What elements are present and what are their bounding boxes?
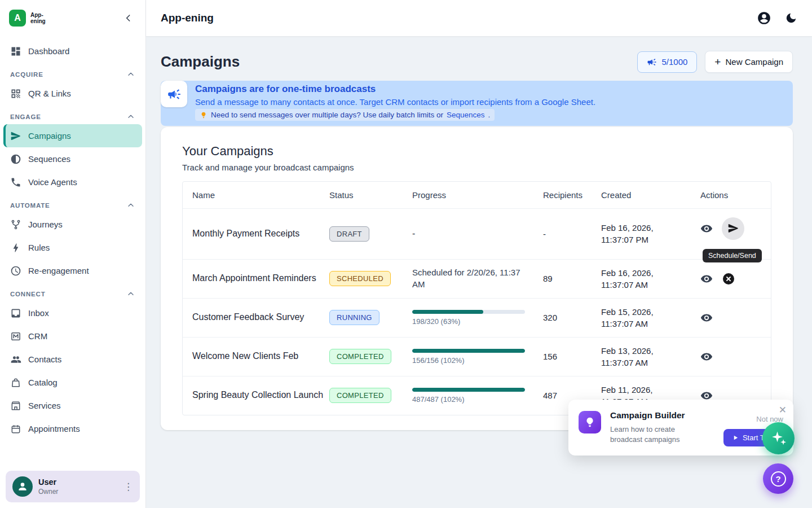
- recipients-value: 320: [543, 313, 601, 322]
- section-header-engage[interactable]: ENGAGE: [0, 105, 145, 124]
- send-icon: [10, 130, 21, 142]
- campaigns-card: Your Campaigns Track and manage your bro…: [161, 127, 793, 430]
- app-title: App-ening: [161, 12, 214, 24]
- campaign-builder-popup: ✕ Campaign Builder Learn how to create b…: [568, 400, 793, 456]
- sidebar-item-contacts[interactable]: Contacts: [0, 348, 145, 371]
- eye-icon: [700, 273, 713, 285]
- table-row: Monthly Payment Receipts DRAFT - - Feb 1…: [183, 208, 771, 259]
- campaign-quota-button[interactable]: 5/1000: [637, 51, 697, 73]
- status-badge: DRAFT: [329, 226, 369, 242]
- ai-assistant-fab[interactable]: [762, 422, 795, 454]
- section-label: ENGAGE: [10, 113, 41, 120]
- close-icon[interactable]: ✕: [779, 404, 787, 416]
- recipients-value: 487: [543, 391, 601, 400]
- sidebar-item-label: Sequences: [28, 154, 70, 164]
- calendar-icon: [10, 423, 21, 435]
- progress-value: 198/320 (63%): [412, 317, 525, 326]
- sidebar-item-label: Voice Agents: [28, 177, 77, 187]
- column-header-status: Status: [329, 190, 412, 200]
- row-actions: Schedule/Send: [700, 217, 771, 240]
- sidebar: A App- ening Dashboard ACQUIRE QR: [0, 0, 146, 508]
- status-badge: COMPLETED: [329, 349, 391, 364]
- logo-text-line1: App-: [30, 12, 46, 18]
- question-mark-icon: ?: [771, 471, 786, 487]
- sidebar-collapse-button[interactable]: [121, 10, 136, 26]
- sidebar-item-voice-agents[interactable]: Voice Agents: [0, 170, 145, 194]
- sidebar-item-campaigns[interactable]: Campaigns: [3, 124, 142, 147]
- sparkles-icon: [770, 430, 787, 447]
- view-campaign-button[interactable]: [700, 222, 713, 235]
- account-circle-icon: [757, 11, 771, 25]
- route-icon: [10, 219, 21, 230]
- shopping-bag-icon: [10, 377, 21, 388]
- cancel-icon: [722, 272, 735, 286]
- dark-mode-button[interactable]: [785, 12, 797, 24]
- column-header-name: Name: [192, 190, 329, 200]
- eye-icon: [700, 351, 713, 363]
- schedule-send-button[interactable]: [722, 217, 744, 240]
- view-campaign-button[interactable]: [700, 312, 713, 324]
- section-header-acquire[interactable]: ACQUIRE: [0, 63, 145, 82]
- progress-fill: [412, 349, 525, 353]
- main-content: Campaigns 5/1000 + New Campaign: [146, 36, 812, 508]
- page-title: Campaigns: [161, 53, 240, 71]
- campaign-name: Monthly Payment Receipts: [192, 228, 329, 240]
- schedule-send-tooltip: Schedule/Send: [703, 249, 762, 262]
- help-fab[interactable]: ?: [763, 463, 793, 494]
- chevron-up-icon: [126, 290, 135, 299]
- lightbulb-icon: [584, 416, 596, 428]
- user-name: User: [38, 478, 118, 487]
- user-card[interactable]: User Owner ⋮: [6, 471, 140, 502]
- chevron-up-icon: [126, 70, 135, 79]
- section-label: AUTOMATE: [10, 202, 50, 209]
- sidebar-item-appointments[interactable]: Appointments: [0, 417, 145, 440]
- progress-fill: [412, 310, 483, 314]
- campaign-name: Customer Feedback Survey: [192, 312, 329, 323]
- sidebar-item-qr-links[interactable]: QR & Links: [0, 82, 145, 105]
- user-menu-button[interactable]: ⋮: [123, 482, 133, 492]
- new-campaign-button[interactable]: + New Campaign: [705, 51, 793, 73]
- eye-icon: [700, 222, 713, 235]
- tip-text: Need to send messages over multiple days…: [211, 111, 443, 119]
- account-button[interactable]: [757, 11, 771, 25]
- view-campaign-button[interactable]: [700, 273, 713, 285]
- user-role: Owner: [38, 488, 118, 496]
- view-campaign-button[interactable]: [700, 351, 713, 363]
- qr-code-icon: [10, 88, 21, 99]
- logo-text-line2: ening: [30, 18, 46, 24]
- sidebar-item-dashboard[interactable]: Dashboard: [0, 40, 145, 63]
- bolt-icon: [10, 242, 21, 253]
- storefront-icon: [10, 400, 21, 411]
- row-actions: [700, 272, 771, 286]
- tip-suffix: .: [488, 111, 491, 119]
- progress-value: Scheduled for 2/20/26, 11:37 AM: [412, 267, 528, 290]
- quota-label: 5/1000: [661, 57, 687, 67]
- table-body: Monthly Payment Receipts DRAFT - - Feb 1…: [183, 208, 771, 415]
- sidebar-item-rules[interactable]: Rules: [0, 236, 145, 259]
- banner-title: Campaigns are for one-time broadcasts: [195, 84, 595, 95]
- section-header-connect[interactable]: CONNECT: [0, 282, 145, 301]
- campaigns-table: Name Status Progress Recipients Created …: [182, 181, 771, 415]
- sidebar-item-label: Services: [28, 401, 61, 410]
- cancel-campaign-button[interactable]: [722, 272, 735, 286]
- sidebar-item-crm[interactable]: CRM: [0, 325, 145, 348]
- progress-bar: 198/320 (63%): [412, 310, 525, 326]
- sidebar-item-inbox[interactable]: Inbox: [0, 301, 145, 325]
- megaphone-icon: [167, 87, 182, 102]
- lightbulb-icon: [200, 111, 208, 119]
- page-header: Campaigns 5/1000 + New Campaign: [161, 51, 793, 73]
- section-label: ACQUIRE: [10, 71, 43, 78]
- sidebar-item-label: Catalog: [28, 378, 58, 387]
- section-header-automate[interactable]: AUTOMATE: [0, 194, 145, 213]
- sidebar-item-re-engagement[interactable]: Re-engagement: [0, 259, 145, 282]
- table-row: Customer Feedback Survey RUNNING 198/320…: [183, 298, 771, 337]
- sidebar-item-catalog[interactable]: Catalog: [0, 371, 145, 394]
- row-actions: [700, 351, 771, 363]
- sidebar-item-sequences[interactable]: Sequences: [0, 147, 145, 170]
- crm-icon: [10, 331, 21, 342]
- sidebar-item-journeys[interactable]: Journeys: [0, 213, 145, 236]
- sidebar-item-services[interactable]: Services: [0, 394, 145, 417]
- status-badge: RUNNING: [329, 310, 379, 325]
- people-icon: [10, 354, 21, 365]
- sequences-link[interactable]: Sequences: [447, 111, 485, 119]
